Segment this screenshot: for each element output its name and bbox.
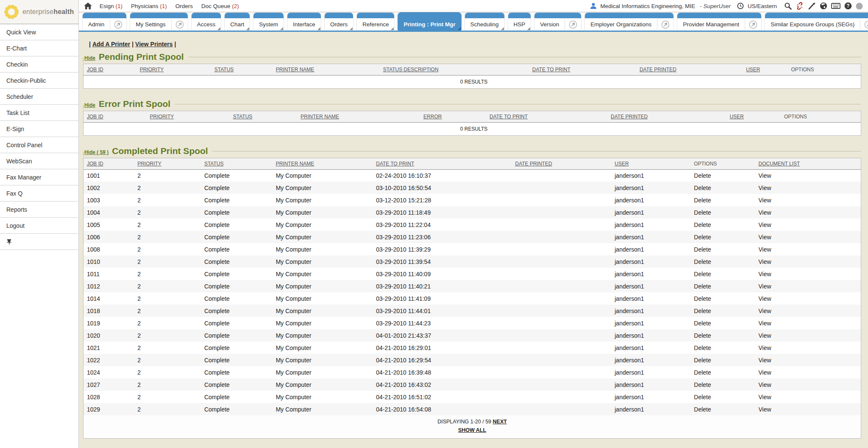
tab-version[interactable]: Version (534, 12, 581, 31)
tab-chart[interactable]: Chart (224, 12, 250, 31)
view-link[interactable]: View (759, 344, 771, 351)
delete-link[interactable]: Delete (694, 320, 711, 327)
sidebar-item-logout[interactable]: Logout (0, 218, 78, 234)
view-link[interactable]: View (759, 246, 771, 253)
column-header-date-printed[interactable]: DATE PRINTED (607, 111, 726, 122)
view-link[interactable]: View (759, 234, 771, 241)
keyboard-icon[interactable] (831, 3, 840, 9)
column-header-date-printed[interactable]: DATE PRINTED (512, 158, 612, 169)
column-header-date-to-print[interactable]: DATE TO PRINT (373, 158, 512, 169)
view-link[interactable]: View (759, 197, 771, 204)
column-header-printer-name[interactable]: PRINTER NAME (297, 111, 420, 122)
sidebar-item-checkin[interactable]: Checkin (0, 56, 78, 73)
quick-link-esign[interactable]: Esign (1) (100, 3, 122, 9)
column-header-error[interactable]: ERROR (420, 111, 486, 122)
column-header-status[interactable]: STATUS (230, 111, 298, 122)
delete-link[interactable]: Delete (694, 197, 711, 204)
view-link[interactable]: View (759, 357, 771, 364)
delete-link[interactable]: Delete (694, 344, 711, 351)
delete-link[interactable]: Delete (694, 394, 711, 400)
delete-link[interactable]: Delete (694, 381, 711, 388)
column-header-date-to-print[interactable]: DATE TO PRINT (486, 111, 607, 122)
column-header-user[interactable]: USER (743, 64, 787, 75)
tab-my-settings[interactable]: My Settings (130, 12, 188, 31)
sidebar-item-checkin-public[interactable]: Checkin-Public (0, 73, 78, 89)
sidebar-item-reports[interactable]: Reports (0, 202, 78, 218)
sidebar-item-scheduler[interactable]: Scheduler (0, 89, 78, 105)
delete-link[interactable]: Delete (694, 172, 711, 179)
tab-admin[interactable]: Admin (82, 12, 127, 31)
delete-link[interactable]: Delete (694, 295, 711, 302)
delete-link[interactable]: Delete (694, 234, 711, 241)
help-icon[interactable]: ? (844, 2, 852, 10)
view-link[interactable]: View (759, 258, 771, 265)
quick-link-doc-queue[interactable]: Doc Queue (2) (201, 3, 239, 9)
view-link[interactable]: View (759, 271, 771, 277)
tab-interface[interactable]: Interface (287, 12, 321, 31)
view-link[interactable]: View (759, 406, 771, 413)
tab-scheduling[interactable]: Scheduling (465, 12, 505, 31)
view-link[interactable]: View (759, 295, 771, 302)
view-link[interactable]: View (759, 381, 771, 388)
sidebar-item-e-sign[interactable]: E-Sign (0, 121, 78, 137)
view-printers-link[interactable]: View Printers (135, 41, 172, 48)
view-link[interactable]: View (759, 185, 771, 191)
sidebar-item-fax-q[interactable]: Fax Q (0, 185, 78, 202)
tab-printing-print-mgr[interactable]: Printing : Print Mgr (398, 12, 461, 31)
show-all-link[interactable]: SHOW ALL (458, 427, 486, 433)
tab-provider-management[interactable]: Provider Management (677, 12, 762, 31)
sidebar-item-quick-view[interactable]: Quick View (0, 24, 78, 40)
tab-similar-exposure-groups-segs[interactable]: Similar Exposure Groups (SEGs) (765, 12, 868, 31)
quick-link-physicians[interactable]: Physicians (1) (131, 3, 167, 9)
column-header-date-to-print[interactable]: DATE TO PRINT (529, 64, 636, 75)
view-link[interactable]: View (759, 369, 771, 376)
view-link[interactable]: View (759, 308, 771, 314)
column-header-status[interactable]: STATUS (211, 64, 273, 75)
delete-link[interactable]: Delete (694, 185, 711, 191)
tab-access[interactable]: Access (191, 12, 222, 31)
wand-icon[interactable] (808, 2, 816, 10)
column-header-date-printed[interactable]: DATE PRINTED (636, 64, 743, 75)
delete-link[interactable]: Delete (694, 308, 711, 314)
delete-link[interactable]: Delete (694, 221, 711, 228)
sidebar-item-fax-manager[interactable]: Fax Manager (0, 169, 78, 185)
view-link[interactable]: View (759, 394, 771, 400)
sidebar-item-e-chart[interactable]: E-Chart (0, 40, 78, 56)
view-link[interactable]: View (759, 320, 771, 327)
column-header-priority[interactable]: PRIORITY (134, 158, 201, 169)
search-icon[interactable] (784, 2, 792, 10)
view-link[interactable]: View (759, 209, 771, 216)
hide-link-pending[interactable]: Hide (84, 55, 95, 61)
view-link[interactable]: View (759, 172, 771, 179)
sidebar-pin-toggle[interactable] (0, 234, 78, 250)
tab-employer-organizations[interactable]: Employer Organizations (584, 12, 674, 31)
delete-link[interactable]: Delete (694, 283, 711, 290)
tab-reference[interactable]: Reference (356, 12, 395, 31)
column-header-job-id[interactable]: JOB ID (83, 111, 147, 122)
column-header-job-id[interactable]: JOB ID (83, 64, 136, 75)
column-header-user[interactable]: USER (726, 111, 781, 122)
tab-orders[interactable]: Orders (324, 12, 353, 31)
column-header-status[interactable]: STATUS (201, 158, 273, 169)
tab-system[interactable]: System (253, 12, 284, 31)
column-header-user[interactable]: USER (611, 158, 690, 169)
delete-link[interactable]: Delete (694, 332, 711, 339)
sidebar-item-control-panel[interactable]: Control Panel (0, 137, 78, 153)
view-link[interactable]: View (759, 332, 771, 339)
delete-link[interactable]: Delete (694, 271, 711, 277)
column-header-job-id[interactable]: JOB ID (83, 158, 134, 169)
sidebar-item-webscan[interactable]: WebScan (0, 153, 78, 169)
delete-link[interactable]: Delete (694, 357, 711, 364)
column-header-printer-name[interactable]: PRINTER NAME (273, 64, 380, 75)
quick-link-orders[interactable]: Orders (175, 3, 193, 9)
hide-link-error[interactable]: Hide (84, 102, 95, 108)
column-header-document-list[interactable]: DOCUMENT LIST (755, 158, 861, 169)
delete-link[interactable]: Delete (694, 369, 711, 376)
unlink-icon[interactable] (796, 2, 804, 10)
view-link[interactable]: View (759, 221, 771, 228)
column-header-priority[interactable]: PRIORITY (136, 64, 211, 75)
globe-icon[interactable] (820, 2, 827, 10)
next-link[interactable]: NEXT (493, 419, 507, 425)
tab-hsp[interactable]: HSP (508, 12, 531, 31)
delete-link[interactable]: Delete (694, 209, 711, 216)
